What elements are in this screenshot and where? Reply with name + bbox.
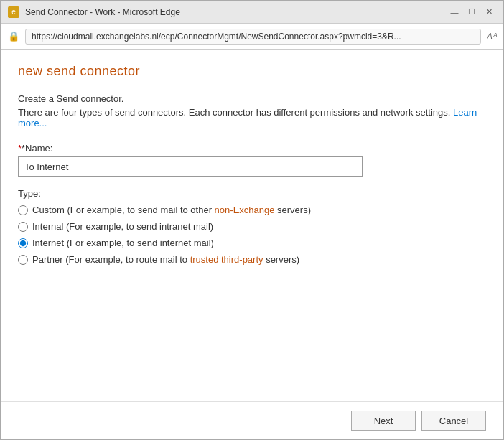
address-input[interactable] bbox=[25, 29, 481, 45]
type-section: Type: Custom (For example, to send mail … bbox=[18, 188, 486, 265]
highlight-non-exchange: non-Exchange bbox=[215, 205, 275, 215]
title-bar: e Send Connector - Work - Microsoft Edge… bbox=[1, 1, 503, 24]
minimize-button[interactable]: — bbox=[447, 6, 462, 19]
cancel-button[interactable]: Cancel bbox=[421, 411, 486, 431]
radio-internet-label: Internet (For example, to send internet … bbox=[32, 238, 214, 248]
page-title: new send connector bbox=[18, 64, 486, 79]
window-title: Send Connector - Work - Microsoft Edge bbox=[25, 7, 442, 17]
radio-custom[interactable] bbox=[18, 205, 28, 215]
description-line2: There are four types of send connectors.… bbox=[18, 107, 486, 128]
radio-item-internet[interactable]: Internet (For example, to send internet … bbox=[18, 238, 486, 248]
maximize-button[interactable]: ☐ bbox=[465, 6, 479, 19]
radio-custom-label: Custom (For example, to send mail to oth… bbox=[32, 205, 311, 215]
button-row: Next Cancel bbox=[1, 401, 503, 439]
reader-mode-button[interactable]: Aᴬ bbox=[487, 32, 496, 42]
name-field-section: **Name: bbox=[18, 143, 486, 177]
radio-internet[interactable] bbox=[18, 238, 28, 248]
browser-window: e Send Connector - Work - Microsoft Edge… bbox=[0, 0, 504, 440]
address-bar: 🔒 Aᴬ bbox=[1, 24, 503, 50]
radio-item-internal[interactable]: Internal (For example, to send intranet … bbox=[18, 221, 486, 232]
highlight-trusted: trusted third-party bbox=[190, 254, 263, 265]
spacer bbox=[18, 276, 486, 387]
browser-icon: e bbox=[8, 6, 19, 18]
description-section: Create a Send connector. There are four … bbox=[18, 93, 486, 128]
radio-internal-label: Internal (For example, to send intranet … bbox=[32, 221, 213, 232]
window-controls: — ☐ ✕ bbox=[447, 6, 496, 19]
next-button[interactable]: Next bbox=[351, 411, 416, 431]
name-input[interactable] bbox=[18, 156, 363, 177]
type-label: Type: bbox=[18, 188, 486, 199]
description-text: There are four types of send connectors.… bbox=[18, 107, 450, 118]
radio-group: Custom (For example, to send mail to oth… bbox=[18, 205, 486, 265]
lock-icon: 🔒 bbox=[8, 31, 19, 42]
close-button[interactable]: ✕ bbox=[482, 6, 496, 19]
radio-internal[interactable] bbox=[18, 222, 28, 232]
radio-partner[interactable] bbox=[18, 255, 28, 265]
page-content: new send connector Create a Send connect… bbox=[1, 50, 503, 401]
radio-item-partner[interactable]: Partner (For example, to route mail to t… bbox=[18, 254, 486, 265]
radio-item-custom[interactable]: Custom (For example, to send mail to oth… bbox=[18, 205, 486, 215]
name-label: **Name: bbox=[18, 143, 486, 154]
radio-partner-label: Partner (For example, to route mail to t… bbox=[32, 254, 299, 265]
description-line1: Create a Send connector. bbox=[18, 93, 486, 104]
